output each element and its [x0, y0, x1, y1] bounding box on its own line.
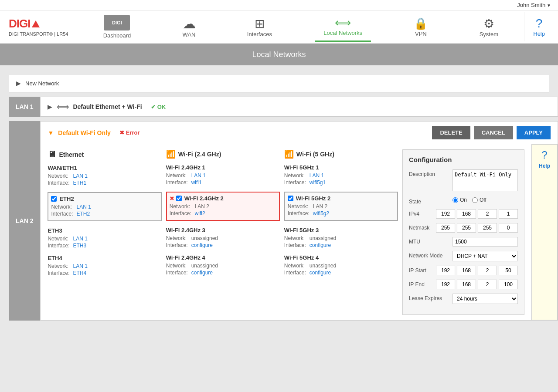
eth3-iface-link[interactable]: ETH3	[73, 243, 86, 249]
config-ip-start-1[interactable]	[436, 266, 455, 275]
ethernet-col: 🖥 Ethernet WAN/ETH1 Network: LAN 1	[48, 149, 161, 315]
topbar: John Smith	[0, 0, 558, 10]
eth2-network-link[interactable]: LAN 1	[76, 204, 91, 210]
wifi5-4-configure-link[interactable]: configure	[310, 270, 331, 276]
eth4-iface-link[interactable]: ETH4	[73, 270, 86, 276]
user-menu[interactable]: John Smith	[517, 2, 551, 8]
config-ipv4-1[interactable]	[436, 209, 455, 219]
wifi5-2-iface-link[interactable]: wifi5g2	[313, 210, 329, 216]
config-netmask-4[interactable]	[499, 223, 518, 233]
wifi5-2-item: Wi-Fi 5GHz 2 Network: LAN 2 Interface: w…	[284, 192, 398, 221]
nav-wan[interactable]: ☁ WAN	[174, 12, 204, 42]
nav-interfaces[interactable]: ⊞ Interfaces	[238, 12, 281, 42]
eth3-item: ETH3 Network: LAN 1 Interface: ETH3	[48, 227, 161, 249]
vpn-icon: 🔒	[414, 17, 428, 30]
lan1-status: ✔ OK	[151, 104, 166, 110]
wan-eth1-network-link[interactable]: LAN 1	[73, 173, 87, 179]
lan2-actions: DELETE CANCEL APPLY	[432, 126, 551, 139]
config-ipv4-4[interactable]	[499, 209, 518, 219]
wifi24-2-iface-link[interactable]: wifi2	[195, 210, 205, 216]
config-ip-start-2[interactable]	[457, 266, 476, 275]
nav-dashboard[interactable]: DIGI Dashboard	[95, 10, 140, 43]
iface-grid: 🖥 Ethernet WAN/ETH1 Network: LAN 1	[41, 144, 531, 320]
config-ip-start-4[interactable]	[499, 266, 518, 275]
lan2-interfaces: 🖥 Ethernet WAN/ETH1 Network: LAN 1	[41, 144, 531, 320]
eth2-checkbox[interactable]	[51, 196, 57, 202]
wan-eth1-iface-link[interactable]: ETH1	[73, 180, 86, 186]
wifi5-2-checkbox[interactable]	[288, 196, 293, 201]
ethernet-col-title: 🖥 Ethernet	[48, 149, 161, 159]
nav-vpn[interactable]: 🔒 VPN	[405, 13, 436, 41]
config-state-off-label[interactable]: Off	[472, 197, 487, 203]
lan1-content: ▶ ⟺ Default Ethernet + Wi-Fi ✔ OK	[40, 97, 558, 117]
lan1-header[interactable]: ▶ ⟺ Default Ethernet + Wi-Fi ✔ OK	[41, 97, 558, 116]
config-lease-expires-select[interactable]: 1 hour 2 hours 6 hours 12 hours 24 hours…	[453, 294, 518, 304]
config-ip-end-label: IP End	[409, 280, 436, 287]
config-state-on-radio[interactable]	[453, 197, 458, 203]
config-mtu-input[interactable]	[453, 237, 518, 247]
config-ip-end-3[interactable]	[478, 280, 497, 289]
wifi5-1-network-link[interactable]: LAN 1	[310, 172, 324, 179]
eth4-network-link[interactable]: LAN 1	[73, 263, 87, 269]
config-ip-end-2[interactable]	[457, 280, 476, 289]
config-netmask-label: Netmask	[409, 223, 436, 231]
eth3-network-link[interactable]: LAN 1	[73, 236, 87, 242]
config-ipv4-2[interactable]	[457, 209, 476, 219]
nav-local-networks[interactable]: ⟺ Local Networks	[315, 12, 371, 42]
wifi5-col: 📶 Wi-Fi (5 GHz) Wi-Fi 5GHz 1 Network: LA…	[284, 149, 398, 315]
config-netmask-3[interactable]	[478, 223, 497, 233]
cancel-button[interactable]: CANCEL	[474, 126, 513, 139]
config-netmask-2[interactable]	[457, 223, 476, 233]
config-description-input[interactable]: Default Wi-Fi Only	[453, 169, 518, 191]
lan2-content: ▼ Default Wi-Fi Only ✖ Error DELETE CANC…	[40, 121, 558, 321]
help-panel[interactable]: ? Help	[531, 144, 558, 320]
config-description-row: Description Default Wi-Fi Only	[409, 169, 518, 193]
config-ip-start-3[interactable]	[478, 266, 497, 275]
config-ip-end-row: IP End	[409, 280, 518, 289]
lan2-status-x: ✖	[119, 129, 124, 136]
lan1-label: LAN 1	[9, 97, 40, 117]
nav-help[interactable]: ? Help	[524, 12, 554, 41]
eth2-iface-link[interactable]: ETH2	[76, 211, 90, 217]
lan1-iface-icon: ⟺	[57, 101, 69, 112]
wifi5-3-configure-link[interactable]: configure	[310, 242, 331, 248]
config-ip-end-4[interactable]	[499, 280, 518, 289]
config-network-mode-select[interactable]: DHCP + NAT Static Bridge	[453, 251, 518, 261]
lan1-status-check: ✔	[151, 104, 156, 110]
ethernet-icon: 🖥	[48, 149, 56, 159]
wifi24-1-iface-link[interactable]: wifi1	[191, 179, 202, 186]
wifi24-3-configure-link[interactable]: configure	[191, 242, 213, 248]
config-netmask-1[interactable]	[436, 223, 455, 233]
wifi24-2-item: ✖ Wi-Fi 2.4GHz 2 Network: LAN 2	[166, 192, 280, 221]
wifi5-1-item: Wi-Fi 5GHz 1 Network: LAN 1 Interface: w…	[284, 164, 398, 186]
wifi24-4-configure-link[interactable]: configure	[191, 270, 213, 276]
wifi5-1-iface-link[interactable]: wifi5g1	[310, 179, 326, 186]
config-ip-end-1[interactable]	[436, 280, 455, 289]
main-nav: DIGI DIGI TRANSPORT® | LR54 DIGI Dashboa…	[0, 10, 558, 44]
lan1-title: Default Ethernet + Wi-Fi	[73, 103, 142, 110]
wifi5-col-title: 📶 Wi-Fi (5 GHz)	[284, 149, 398, 159]
lan2-header[interactable]: ▼ Default Wi-Fi Only ✖ Error DELETE CANC…	[41, 122, 558, 144]
new-network-row[interactable]: ▶ New Network	[9, 74, 549, 92]
delete-button[interactable]: DELETE	[432, 126, 470, 139]
config-state-off-radio[interactable]	[472, 197, 478, 203]
wifi24-1-network-link[interactable]: LAN 1	[191, 172, 206, 179]
wan-icon: ☁	[183, 16, 196, 31]
wifi24-col-title: 📶 Wi-Fi (2.4 GHz)	[166, 149, 280, 159]
help-panel-icon: ?	[541, 149, 547, 161]
wifi24-1-item: Wi-Fi 2.4GHz 1 Network: LAN 1 Interface:…	[166, 164, 280, 186]
dashboard-icon: DIGI	[104, 15, 130, 30]
nav-system[interactable]: ⚙ System	[471, 12, 507, 42]
wifi24-2-checkbox[interactable]	[176, 196, 182, 201]
config-panel-title: Configuration	[409, 156, 518, 163]
config-state-on-label[interactable]: On	[453, 197, 467, 203]
config-description-label: Description	[409, 169, 453, 177]
config-ipv4-3[interactable]	[478, 209, 497, 219]
lan1-section: LAN 1 ▶ ⟺ Default Ethernet + Wi-Fi ✔ OK	[9, 97, 558, 117]
config-mtu-row: MTU	[409, 237, 518, 247]
apply-button[interactable]: APPLY	[517, 126, 551, 139]
config-lease-expires-label: Lease Expires	[409, 294, 453, 301]
lan2-section: LAN 2 ▼ Default Wi-Fi Only ✖ Error DELET…	[9, 121, 558, 321]
help-icon: ?	[536, 17, 543, 30]
logo-diamond	[32, 20, 40, 27]
